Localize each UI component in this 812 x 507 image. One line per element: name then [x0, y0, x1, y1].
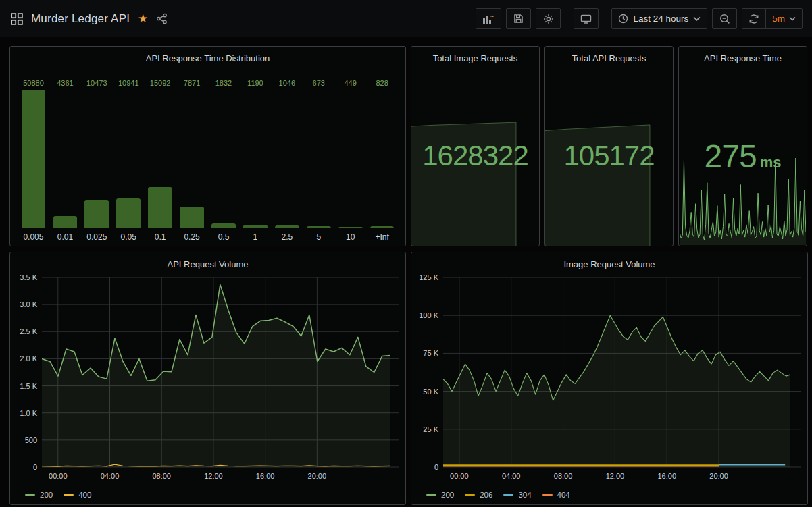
- legend-series-label: 200: [40, 491, 53, 499]
- histogram-column[interactable]: 150920.1: [145, 79, 176, 242]
- histogram-bar[interactable]: [84, 200, 109, 228]
- svg-text:3.5 K: 3.5 K: [20, 273, 37, 282]
- response-time-histogram[interactable]: 508800.00543610.01104730.025109410.05150…: [18, 79, 398, 242]
- time-range-picker[interactable]: Last 24 hours: [611, 8, 707, 29]
- svg-text:0: 0: [434, 463, 438, 471]
- svg-text:00:00: 00:00: [450, 472, 469, 480]
- bar-value-label: 1832: [215, 79, 232, 90]
- legend-series-dash: [64, 494, 74, 496]
- x-tick-label: 0.01: [57, 228, 73, 242]
- bar-value-label: 15092: [150, 79, 171, 90]
- add-panel-button[interactable]: [476, 8, 501, 29]
- tv-kiosk-icon: [580, 14, 592, 24]
- save-icon: [513, 14, 524, 24]
- bar-value-label: 673: [313, 79, 325, 90]
- svg-text:1.0 K: 1.0 K: [20, 409, 37, 417]
- svg-text:1.5 K: 1.5 K: [20, 382, 37, 390]
- panel-title[interactable]: API Response Time Distribution: [10, 47, 405, 64]
- svg-text:12:00: 12:00: [606, 472, 625, 480]
- api-response-time-unit: ms: [760, 154, 782, 171]
- svg-text:00:00: 00:00: [49, 472, 68, 480]
- legend-item-400[interactable]: 400: [64, 491, 91, 499]
- panel-title[interactable]: Image Request Volume: [411, 252, 807, 270]
- x-tick-label: 2.5: [281, 228, 293, 242]
- panel-api-response-time-distribution: API Response Time Distribution 508800.00…: [9, 46, 406, 246]
- time-range-label: Last 24 hours: [633, 14, 688, 24]
- x-tick-label: 0.025: [86, 228, 107, 242]
- refresh-interval-dropdown[interactable]: 5m: [765, 9, 802, 28]
- histogram-column[interactable]: 44910: [334, 79, 366, 242]
- legend-series-dash: [25, 494, 35, 496]
- histogram-column[interactable]: 508800.005: [18, 79, 49, 242]
- histogram-column[interactable]: 104730.025: [81, 79, 113, 242]
- svg-text:16:00: 16:00: [256, 472, 275, 480]
- svg-text:0: 0: [33, 463, 37, 471]
- svg-text:2.0 K: 2.0 K: [20, 354, 37, 363]
- panel-total-api-requests: Total API Requests 105172: [544, 46, 674, 246]
- favorite-star-icon[interactable]: ★: [138, 13, 148, 24]
- histogram-bar[interactable]: [22, 90, 46, 228]
- x-tick-label: 10: [346, 228, 355, 242]
- panel-title[interactable]: API Response Time: [679, 47, 807, 64]
- panel-image-request-volume: Image Request Volume 00:0004:0008:0012:0…: [411, 252, 808, 505]
- histogram-bar[interactable]: [148, 187, 172, 228]
- x-tick-label: 0.05: [121, 228, 136, 242]
- refresh-button[interactable]: [742, 9, 765, 28]
- legend-item-206[interactable]: 206: [465, 491, 492, 499]
- svg-text:08:00: 08:00: [554, 472, 573, 480]
- svg-text:75 K: 75 K: [423, 349, 438, 357]
- histogram-bar[interactable]: [180, 207, 204, 228]
- svg-text:100 K: 100 K: [419, 311, 438, 319]
- caret-down-icon: [693, 16, 701, 21]
- histogram-column[interactable]: 18320.5: [208, 79, 240, 242]
- x-tick-label: 0.1: [155, 228, 166, 242]
- x-tick-label: 1: [253, 228, 258, 242]
- dashboard-settings-button[interactable]: [536, 8, 561, 29]
- histogram-bar[interactable]: [116, 198, 141, 228]
- svg-text:25 K: 25 K: [423, 425, 438, 433]
- share-icon[interactable]: [156, 13, 168, 24]
- bar-value-label: 449: [345, 79, 357, 90]
- legend-item-304[interactable]: 304: [503, 491, 531, 499]
- dashboard-title[interactable]: Murder Ledger API: [31, 12, 130, 26]
- legend-series-dash: [465, 494, 475, 496]
- svg-text:20:00: 20:00: [709, 472, 728, 480]
- histogram-column[interactable]: 109410.05: [113, 79, 145, 242]
- histogram-column[interactable]: 10462.5: [271, 79, 303, 242]
- refresh-control: 5m: [742, 8, 803, 29]
- save-dashboard-button[interactable]: [506, 8, 531, 29]
- legend-item-200[interactable]: 200: [25, 491, 53, 499]
- cycle-view-mode-button[interactable]: [574, 8, 599, 29]
- svg-text:04:00: 04:00: [101, 472, 120, 480]
- image-request-volume-chart[interactable]: 00:0004:0008:0012:0016:0020:00025 K50 K7…: [411, 270, 807, 485]
- settings-gear-icon: [543, 14, 554, 24]
- dashboard-header: Murder Ledger API ★: [0, 0, 812, 37]
- panel-api-response-time: API Response Time 275ms: [678, 46, 807, 246]
- zoom-out-time-button[interactable]: [712, 8, 737, 29]
- x-tick-label: 0.005: [23, 228, 43, 242]
- api-response-time-value: 275: [705, 138, 757, 174]
- histogram-bar[interactable]: [53, 216, 78, 228]
- zoom-out-icon: [719, 14, 730, 24]
- svg-text:16:00: 16:00: [657, 472, 676, 480]
- histogram-column[interactable]: 43610.01: [49, 79, 81, 242]
- api-request-volume-chart[interactable]: 00:0004:0008:0012:0016:0020:0005001.0 K1…: [10, 270, 405, 485]
- histogram-column[interactable]: 78710.25: [176, 79, 208, 242]
- svg-text:125 K: 125 K: [419, 273, 438, 282]
- histogram-bar[interactable]: [211, 223, 236, 228]
- svg-text:50 K: 50 K: [423, 388, 438, 396]
- legend-item-200[interactable]: 200: [426, 491, 454, 499]
- panel-title[interactable]: API Request Volume: [10, 252, 405, 270]
- legend-item-404[interactable]: 404: [542, 491, 570, 499]
- histogram-column[interactable]: 828+Inf: [366, 79, 398, 242]
- x-tick-label: 0.5: [218, 228, 230, 242]
- legend-series-label: 200: [441, 491, 454, 499]
- refresh-interval-label: 5m: [772, 14, 785, 24]
- histogram-column[interactable]: 11901: [239, 79, 271, 242]
- svg-text:08:00: 08:00: [152, 472, 171, 480]
- histogram-column[interactable]: 6735: [303, 79, 334, 242]
- dashboard-grid-icon[interactable]: [11, 13, 23, 25]
- legend-series-label: 206: [480, 491, 492, 499]
- bar-value-label: 828: [376, 79, 388, 90]
- bar-value-label: 1046: [279, 79, 295, 90]
